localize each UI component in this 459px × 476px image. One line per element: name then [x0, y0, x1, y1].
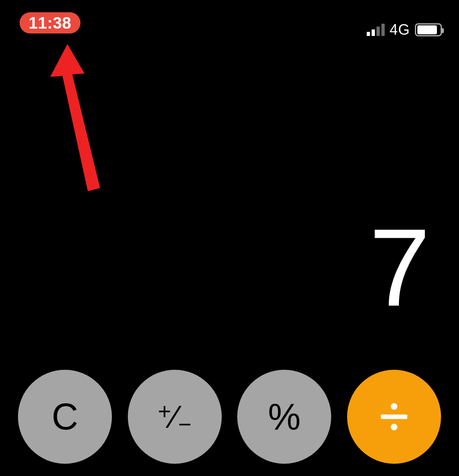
cellular-signal-icon [367, 24, 385, 36]
status-bar: 11:38 4G [0, 0, 459, 45]
time-pill[interactable]: 11:38 [20, 12, 80, 34]
battery-icon [415, 23, 442, 36]
annotation-arrow-icon [47, 44, 104, 191]
plus-minus-button[interactable]: +⁄− [128, 370, 222, 464]
calculator-display: 7 [369, 212, 430, 323]
clear-button[interactable]: C [18, 370, 112, 464]
svg-marker-0 [50, 44, 100, 191]
svg-point-3 [391, 424, 397, 430]
calculator-button-row: C +⁄− % [0, 370, 459, 476]
svg-point-1 [391, 403, 397, 410]
network-type-label: 4G [390, 21, 410, 38]
percent-button-label: % [268, 396, 301, 438]
divide-icon [376, 398, 412, 435]
battery-fill [417, 25, 437, 34]
divide-button[interactable] [347, 370, 441, 464]
screen: 11:38 4G 7 C +⁄− % [0, 0, 459, 476]
percent-button[interactable]: % [237, 370, 331, 464]
svg-rect-2 [381, 415, 408, 419]
plus-minus-icon: +⁄− [128, 370, 222, 464]
status-right: 4G [367, 21, 442, 38]
clear-button-label: C [52, 396, 78, 438]
